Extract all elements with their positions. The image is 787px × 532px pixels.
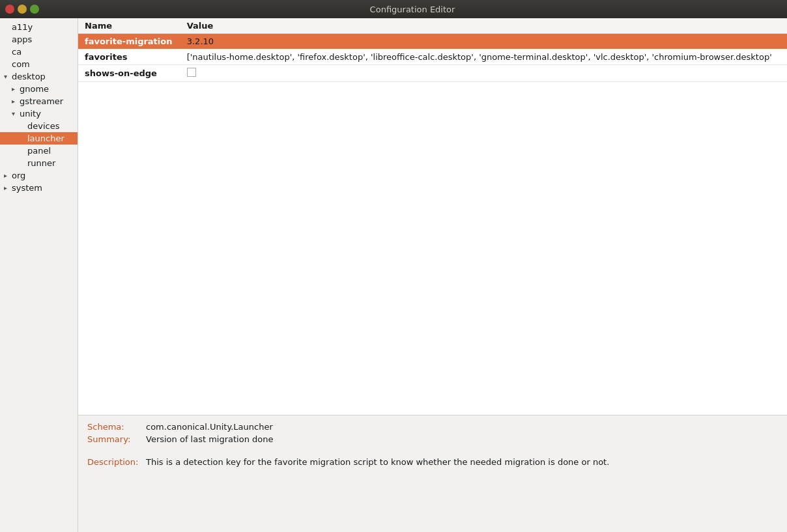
sidebar-label-launcher: launcher xyxy=(27,133,64,143)
sidebar-item-org[interactable]: ▸org xyxy=(0,169,78,182)
config-name: shows-on-edge xyxy=(85,68,157,78)
tree-arrow-gstreamer: ▸ xyxy=(12,98,20,105)
cell-name-2: shows-on-edge xyxy=(78,65,180,82)
cell-value-1: ['nautilus-home.desktop', 'firefox.deskt… xyxy=(180,49,787,65)
description-label: Description: xyxy=(87,457,146,467)
sidebar-item-launcher[interactable]: launcher xyxy=(0,132,78,145)
sidebar-item-com[interactable]: com xyxy=(0,58,78,70)
sidebar-item-a11y[interactable]: a11y xyxy=(0,21,78,33)
sidebar-label-system: system xyxy=(12,183,42,193)
table-row[interactable]: shows-on-edge xyxy=(78,65,787,82)
schema-value: com.canonical.Unity.Launcher xyxy=(146,422,273,432)
sidebar-label-panel: panel xyxy=(27,146,51,156)
sidebar-label-desktop: desktop xyxy=(12,72,46,81)
window-title: Configuration Editor xyxy=(43,5,782,14)
summary-value: Version of last migration done xyxy=(146,434,274,444)
tree-arrow-org: ▸ xyxy=(4,172,12,179)
sidebar-item-unity[interactable]: ▾unity xyxy=(0,107,78,120)
cell-value-0: 3.2.10 xyxy=(180,34,787,49)
tree-arrow-desktop: ▾ xyxy=(4,73,12,80)
summary-label: Summary: xyxy=(87,434,146,444)
config-value: 3.2.10 xyxy=(187,36,214,46)
main-container: a11yappscacom▾desktop▸gnome▸gstreamer▾un… xyxy=(0,18,787,532)
sidebar: a11yappscacom▾desktop▸gnome▸gstreamer▾un… xyxy=(0,18,78,532)
schema-row: Schema: com.canonical.Unity.Launcher xyxy=(87,422,778,432)
schema-label: Schema: xyxy=(87,422,146,432)
sidebar-item-system[interactable]: ▸system xyxy=(0,182,78,194)
config-name: favorites xyxy=(85,52,127,62)
sidebar-label-gnome: gnome xyxy=(20,84,49,94)
sidebar-item-ca[interactable]: ca xyxy=(0,46,78,58)
summary-row: Summary: Version of last migration done xyxy=(87,434,778,444)
titlebar: Configuration Editor xyxy=(0,0,787,18)
sidebar-label-devices: devices xyxy=(27,121,59,131)
minimize-button[interactable] xyxy=(18,5,27,14)
config-value: ['nautilus-home.desktop', 'firefox.deskt… xyxy=(187,52,772,62)
cell-name-1: favorites xyxy=(78,49,180,65)
info-panel: Schema: com.canonical.Unity.Launcher Sum… xyxy=(78,415,787,532)
sidebar-label-apps: apps xyxy=(12,35,32,44)
content-area: Name Value favorite-migration3.2.10favor… xyxy=(78,18,787,532)
col-header-name: Name xyxy=(78,18,180,34)
description-value: This is a detection key for the favorite… xyxy=(146,457,609,467)
sidebar-item-apps[interactable]: apps xyxy=(0,33,78,46)
close-button[interactable] xyxy=(5,5,14,14)
sidebar-item-desktop[interactable]: ▾desktop xyxy=(0,70,78,83)
sidebar-item-gstreamer[interactable]: ▸gstreamer xyxy=(0,95,78,107)
sidebar-label-unity: unity xyxy=(20,109,41,119)
col-header-value: Value xyxy=(180,18,787,34)
sidebar-label-ca: ca xyxy=(12,47,21,57)
sidebar-item-devices[interactable]: devices xyxy=(0,120,78,132)
sidebar-label-com: com xyxy=(12,59,30,69)
sidebar-item-runner[interactable]: runner xyxy=(0,157,78,169)
checkbox-value[interactable] xyxy=(187,68,196,77)
sidebar-item-panel[interactable]: panel xyxy=(0,145,78,157)
sidebar-item-gnome[interactable]: ▸gnome xyxy=(0,83,78,95)
sidebar-label-org: org xyxy=(12,171,25,180)
config-name: favorite-migration xyxy=(85,36,172,46)
tree-arrow-system: ▸ xyxy=(4,184,12,191)
tree-arrow-gnome: ▸ xyxy=(12,85,20,92)
sidebar-label-runner: runner xyxy=(27,158,55,168)
cell-value-2 xyxy=(180,65,787,82)
tree-arrow-unity: ▾ xyxy=(12,110,20,117)
table-area: Name Value favorite-migration3.2.10favor… xyxy=(78,18,787,415)
config-table: Name Value favorite-migration3.2.10favor… xyxy=(78,18,787,82)
maximize-button[interactable] xyxy=(30,5,39,14)
sidebar-label-gstreamer: gstreamer xyxy=(20,96,63,106)
cell-name-0: favorite-migration xyxy=(78,34,180,49)
table-row[interactable]: favorite-migration3.2.10 xyxy=(78,34,787,49)
table-row[interactable]: favorites['nautilus-home.desktop', 'fire… xyxy=(78,49,787,65)
description-row: Description: This is a detection key for… xyxy=(87,457,778,467)
window-controls xyxy=(5,5,39,14)
sidebar-label-a11y: a11y xyxy=(12,22,33,32)
